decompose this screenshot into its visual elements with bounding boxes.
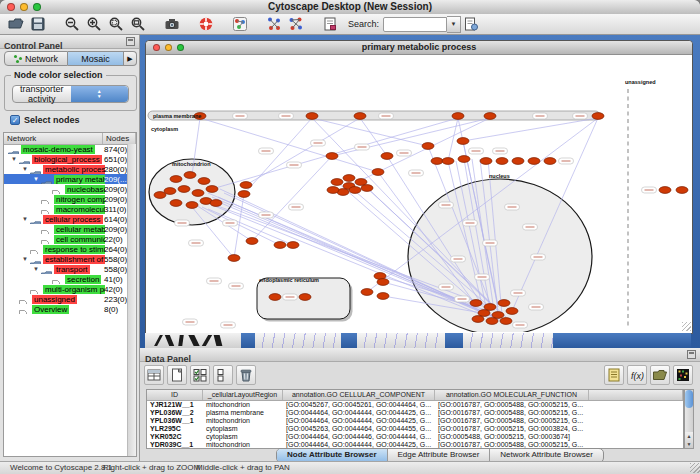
node-label-pill[interactable] — [573, 113, 588, 119]
table-scrollbar[interactable]: ▲▼ — [684, 389, 694, 449]
network-node[interactable] — [484, 113, 496, 120]
network-node[interactable] — [327, 187, 339, 194]
network-node[interactable] — [478, 310, 490, 317]
node-label-pill[interactable] — [559, 158, 574, 164]
network-node[interactable] — [274, 242, 286, 249]
node-label-pill[interactable] — [439, 202, 454, 208]
open-folder-icon[interactable] — [6, 15, 26, 33]
network-node[interactable] — [659, 187, 671, 194]
table-row[interactable]: YLR295Ccytoplasm[GO:0045263, GO:0044464,… — [147, 425, 683, 433]
annotation-icon[interactable] — [320, 15, 340, 33]
node-label-pill[interactable] — [207, 278, 222, 284]
expand-arrow-icon[interactable]: ▼ — [33, 266, 39, 272]
table-row[interactable]: YJR121W__1mitochondrion[GO:0045267, GO:0… — [147, 401, 683, 409]
node-label-pill[interactable] — [287, 162, 302, 168]
scrollbar-arrows[interactable]: ▲▼ — [685, 432, 693, 448]
tab-network[interactable]: Network — [4, 51, 68, 66]
tree-column-network[interactable]: Network — [4, 133, 103, 144]
network-node[interactable] — [206, 186, 218, 193]
tree-row[interactable]: ▼primary metabo209(... — [4, 174, 128, 184]
table-row[interactable]: YKR052Ccytoplasm[GO:0044464, GO:0044446,… — [147, 433, 683, 441]
search-dropdown-button[interactable]: ▼ — [447, 16, 461, 33]
network-node[interactable] — [154, 192, 166, 199]
network-node[interactable] — [184, 172, 196, 179]
network-node[interactable] — [486, 318, 498, 325]
column-header[interactable]: _cellularLayoutRegion — [203, 390, 283, 400]
select-nodes-checkbox[interactable]: ✓ — [10, 115, 20, 125]
node-label-pill[interactable] — [259, 212, 274, 218]
unselect-attributes-icon[interactable] — [213, 365, 233, 385]
column-header[interactable]: annotation.GO MOLECULAR_FUNCTION — [435, 390, 589, 400]
layout-network2-icon[interactable] — [286, 15, 306, 33]
tree-row[interactable]: response to stimulu264(0) — [4, 244, 128, 254]
tree-row[interactable]: cellular metabol209(0) — [4, 224, 128, 234]
node-label-pill[interactable] — [523, 224, 538, 230]
node-label-pill[interactable] — [463, 220, 478, 226]
attribute-table-icon[interactable] — [144, 365, 164, 385]
expand-arrow-icon[interactable]: ▼ — [22, 216, 28, 222]
network-node[interactable] — [472, 316, 484, 323]
zoom-fit-icon[interactable] — [128, 15, 148, 33]
expand-arrow-icon[interactable]: ▼ — [22, 256, 28, 262]
node-label-pill[interactable] — [175, 220, 190, 226]
network-node[interactable] — [343, 175, 355, 182]
scrollbar-thumb[interactable] — [685, 390, 693, 408]
network-node[interactable] — [354, 113, 366, 120]
node-label-pill[interactable] — [409, 170, 424, 176]
snapshot-camera-icon[interactable] — [162, 15, 182, 33]
minimized-window-preview[interactable] — [145, 333, 241, 348]
node-label-pill[interactable] — [279, 113, 294, 119]
attribute-notes-icon[interactable] — [604, 365, 624, 385]
node-label-pill[interactable] — [221, 322, 236, 328]
tree-row[interactable]: macromolecule311(0) — [4, 204, 128, 214]
node-label-pill[interactable] — [529, 304, 544, 310]
attribute-matrix-icon[interactable] — [673, 365, 693, 385]
node-label-pill[interactable] — [493, 148, 508, 154]
network-node[interactable] — [381, 153, 393, 160]
network-node[interactable] — [178, 186, 190, 193]
zoom-selected-icon[interactable] — [106, 15, 126, 33]
network-node[interactable] — [326, 153, 338, 160]
search-settings-icon[interactable] — [461, 15, 481, 33]
network-node[interactable] — [246, 238, 258, 245]
color-attribute-dropdown[interactable]: transporter activity ▲▼ — [12, 85, 129, 103]
tree-column-nodes[interactable]: Nodes — [103, 133, 136, 144]
node-label-pill[interactable] — [533, 113, 548, 119]
network-node[interactable] — [506, 308, 518, 315]
node-label-pill[interactable] — [223, 220, 238, 226]
node-label-pill[interactable] — [183, 319, 198, 325]
region-nucleus[interactable] — [408, 179, 592, 332]
network-node[interactable] — [361, 289, 373, 296]
network-node[interactable] — [361, 185, 373, 192]
float-data-panel-icon[interactable] — [687, 350, 696, 359]
formula-builder-icon[interactable]: f(x) — [627, 365, 647, 385]
select-attributes-icon[interactable] — [190, 365, 210, 385]
tree-row[interactable]: mosaic-demo-yeast874(0) — [4, 144, 128, 154]
vizmapper-icon[interactable] — [230, 15, 250, 33]
network-node[interactable] — [512, 158, 524, 165]
network-node[interactable] — [170, 176, 182, 183]
node-label-pill[interactable] — [311, 140, 326, 146]
tree-row[interactable]: ▼establishment of lo558(0) — [4, 254, 128, 264]
zoom-out-icon[interactable] — [62, 15, 82, 33]
tab-overflow-arrow[interactable]: ▶ — [124, 51, 137, 66]
node-label-pill[interactable] — [283, 294, 298, 300]
node-label-pill[interactable] — [511, 290, 526, 296]
network-node[interactable] — [422, 143, 434, 150]
float-panel-icon[interactable] — [126, 37, 135, 46]
network-node[interactable] — [238, 191, 250, 198]
minimized-window-preview[interactable] — [255, 333, 341, 348]
node-label-pill[interactable] — [355, 144, 370, 150]
network-node[interactable] — [480, 158, 492, 165]
tab-mosaic[interactable]: Mosaic — [68, 51, 124, 66]
network-node[interactable] — [372, 169, 384, 176]
column-header[interactable]: ID — [147, 390, 203, 400]
network-node[interactable] — [228, 255, 240, 262]
network-node[interactable] — [331, 179, 343, 186]
network-node[interactable] — [452, 113, 464, 120]
network-node[interactable] — [240, 182, 252, 189]
network-window-titlebar[interactable]: primary metabolic process — [146, 41, 692, 55]
node-label-pill[interactable] — [451, 256, 466, 262]
network-node[interactable] — [676, 187, 688, 194]
tree-row[interactable]: ▼transport558(0) — [4, 264, 128, 274]
